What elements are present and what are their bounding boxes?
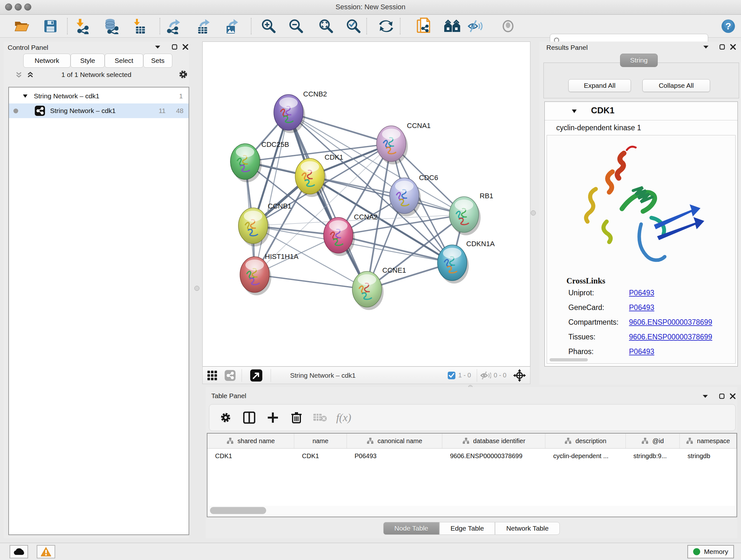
collection-count: 1 [179, 92, 183, 100]
column-header[interactable]: @id [626, 434, 680, 448]
left-splitter-grip[interactable] [194, 286, 199, 291]
hidden-eye-slash-icon[interactable] [480, 371, 491, 380]
results-panel-menu-icon[interactable] [700, 42, 711, 52]
tab-network-table[interactable]: Network Table [495, 522, 560, 535]
right-splitter-grip[interactable] [531, 210, 536, 215]
tab-network[interactable]: Network [23, 54, 71, 68]
network-node-CDKN1A[interactable]: CDKN1A [437, 240, 495, 284]
node-table[interactable]: shared namenamecanonical namedatabase id… [207, 433, 737, 517]
table-panel-close-icon[interactable] [727, 391, 738, 401]
table-horizontal-scrollbar[interactable] [208, 506, 736, 515]
function-builder-icon[interactable]: f(x) [332, 404, 355, 431]
grid-view-icon[interactable] [203, 367, 222, 384]
network-options-gear-icon[interactable] [178, 69, 189, 80]
network-node-CCNA1[interactable]: CCNA1 [377, 122, 431, 165]
selected-checkbox-icon[interactable] [448, 371, 456, 380]
import-table-button[interactable] [130, 17, 149, 35]
table-scrollbar-thumb[interactable] [210, 507, 266, 514]
network-edge[interactable] [255, 274, 367, 289]
table-row[interactable]: CDK1CDK1P064939606.ENSP00000378699cyclin… [207, 449, 737, 463]
column-header[interactable]: namespace [680, 434, 737, 448]
first-neighbors-button[interactable] [443, 17, 462, 35]
import-network-database-button[interactable] [101, 17, 120, 35]
crosslink-label: Pharos: [568, 348, 594, 356]
network-row[interactable]: String Network – cdk1 11 48 [9, 104, 189, 118]
network-node-CCNB2[interactable]: CCNB2 [274, 90, 327, 133]
zoom-selected-button[interactable] [344, 17, 363, 35]
crosslink-link[interactable]: 9606.ENSP00000378699 [629, 318, 712, 327]
zoom-in-icon [261, 18, 276, 34]
export-table-button[interactable] [194, 17, 213, 35]
column-header[interactable]: canonical name [347, 434, 442, 448]
zoom-in-button[interactable] [259, 17, 278, 35]
crosslinks-scrollbar-thumb[interactable] [549, 358, 588, 361]
network-node-HIST1H1A[interactable]: HIST1H1A [240, 253, 298, 295]
tab-string[interactable]: String [620, 54, 658, 67]
warnings-button[interactable] [37, 545, 55, 558]
clone-network-button[interactable] [414, 17, 433, 35]
delete-column-icon[interactable] [285, 404, 308, 431]
network-node-CCNA2[interactable]: CCNA2 [324, 213, 378, 256]
network-edge[interactable] [288, 112, 367, 289]
network-collection-row[interactable]: String Network – cdk1 1 [9, 89, 189, 104]
network-edge[interactable] [255, 112, 288, 274]
network-node-RB1[interactable]: RB1 [449, 192, 493, 235]
title-bar: Session: New Session [0, 0, 741, 15]
add-column-icon[interactable] [261, 404, 285, 431]
pan-crosshair-icon[interactable] [509, 367, 530, 384]
crosslink-link[interactable]: P06493 [629, 303, 654, 312]
crosslink-link[interactable]: P06493 [629, 289, 654, 297]
column-header[interactable]: name [294, 434, 347, 448]
zoom-out-button[interactable] [286, 17, 306, 35]
hide-selected-button[interactable] [465, 17, 484, 35]
tab-sets[interactable]: Sets [143, 54, 172, 68]
export-network-button[interactable] [164, 17, 183, 35]
export-image-button[interactable] [222, 17, 241, 35]
network-canvas[interactable]: CCNB2CCNA1CDC25BCDK1CDC6RB1CCNB1CCNA2CDK… [202, 42, 530, 367]
table-panel-menu-icon[interactable] [700, 391, 711, 401]
control-panel-float-icon[interactable] [169, 42, 180, 52]
expand-all-button[interactable]: Expand All [568, 79, 631, 92]
open-file-button[interactable] [12, 17, 31, 35]
zoom-fit-button[interactable] [317, 17, 336, 35]
tab-node-table[interactable]: Node Table [383, 522, 440, 535]
toolbar-separator [159, 18, 160, 35]
network-edges[interactable] [245, 112, 464, 289]
network-edge[interactable] [310, 176, 464, 214]
delete-table-icon[interactable] [308, 404, 332, 431]
save-session-button[interactable] [41, 17, 60, 35]
collection-expander-icon[interactable] [23, 95, 27, 98]
node-label-CCNB2: CCNB2 [303, 90, 327, 98]
tab-select[interactable]: Select [105, 54, 143, 68]
cloud-status-button[interactable] [10, 545, 28, 558]
network-node-CDK1[interactable]: CDK1 [295, 153, 343, 197]
network-graph[interactable]: CCNB2CCNA1CDC25BCDK1CDC6RB1CCNB1CCNA2CDK… [203, 42, 530, 366]
crosslink-link[interactable]: P06493 [629, 348, 654, 356]
apply-layout-button[interactable] [377, 17, 396, 35]
column-header[interactable]: description [545, 434, 625, 448]
result-gene-name: CDK1 [591, 106, 615, 116]
network-node-CDC25B[interactable]: CDC25B [230, 140, 289, 182]
control-panel-menu-icon[interactable] [152, 42, 163, 52]
column-header[interactable]: shared name [207, 434, 294, 448]
show-columns-icon[interactable] [238, 404, 261, 431]
result-expander-icon[interactable] [572, 110, 577, 113]
column-header[interactable]: database identifier [442, 434, 545, 448]
tab-edge-table[interactable]: Edge Table [440, 522, 495, 535]
help-button[interactable]: ? [719, 17, 738, 35]
birdseye-view-icon[interactable] [245, 367, 267, 384]
table-panel-float-icon[interactable] [717, 391, 727, 401]
network-share-view-icon[interactable] [222, 367, 239, 384]
collapse-all-button[interactable]: Collapse All [643, 79, 710, 92]
results-panel-close-icon[interactable] [728, 42, 738, 52]
import-network-file-button[interactable] [73, 17, 92, 35]
show-all-button[interactable] [498, 17, 518, 35]
warning-icon [41, 547, 51, 557]
results-panel-float-icon[interactable] [717, 42, 728, 52]
table-settings-gear-icon[interactable] [214, 404, 238, 431]
memory-button[interactable]: Memory [687, 545, 734, 558]
crosslink-link[interactable]: 9606.ENSP00000378699 [629, 333, 712, 341]
tab-style[interactable]: Style [71, 54, 105, 68]
control-panel-close-icon[interactable] [180, 42, 191, 52]
eye-slash-icon [467, 19, 482, 33]
